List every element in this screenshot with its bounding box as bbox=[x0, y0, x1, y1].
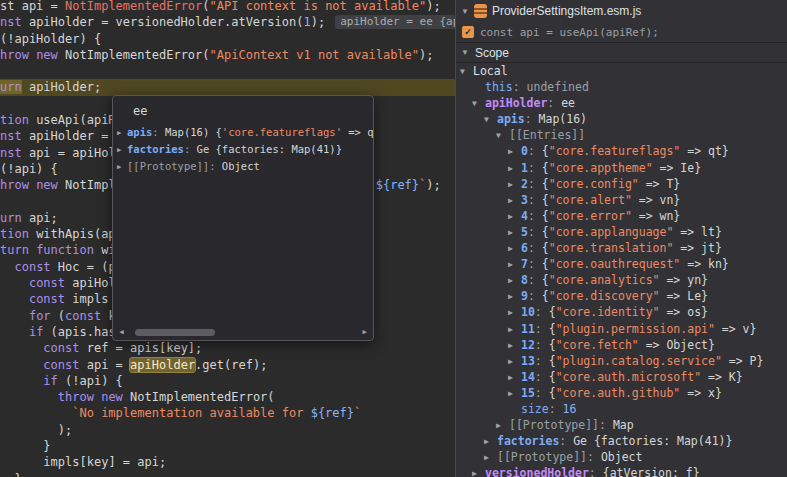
chevron-down-icon[interactable]: ▼ bbox=[461, 7, 469, 16]
text-token: : bbox=[535, 386, 549, 400]
map-entry-row[interactable]: ▶14: {"core.auth.microsoft" => K} bbox=[456, 369, 787, 385]
chevron-right-icon[interactable]: ▶ bbox=[508, 273, 521, 288]
code-line[interactable]: throw new NotImplementedError( bbox=[0, 389, 455, 405]
code-line[interactable]: st api = NotImplementedError("API contex… bbox=[0, 0, 455, 14]
map-entry-row[interactable]: ▶9: {"core.discovery" => Le} bbox=[456, 288, 787, 304]
code-line[interactable]: impls[key] = api; bbox=[0, 454, 455, 470]
chevron-right-icon[interactable]: ▶ bbox=[508, 370, 521, 385]
chevron-right-icon[interactable]: ▶ bbox=[484, 434, 497, 449]
scope-tree-row[interactable]: ▼apis: Map(16) bbox=[456, 111, 787, 127]
scope-tree-row[interactable]: ▶[[Prototype]]: Map bbox=[456, 417, 787, 433]
map-entry-row[interactable]: ▶10: {"core.identity" => os} bbox=[456, 304, 787, 320]
scroll-left-icon[interactable]: ◀ bbox=[116, 328, 127, 336]
chevron-right-icon[interactable]: ▶ bbox=[508, 386, 521, 401]
chevron-down-icon[interactable]: ▼ bbox=[472, 96, 485, 111]
text-token: => v} bbox=[715, 322, 757, 336]
chevron-right-icon[interactable]: ▶ bbox=[508, 305, 521, 320]
chevron-right-icon[interactable]: ▶ bbox=[496, 418, 509, 433]
text-token: Local bbox=[473, 64, 508, 78]
source-editor[interactable]: st api = NotImplementedError("API contex… bbox=[0, 0, 456, 477]
popover-property-row[interactable]: ▶factories: Ge {factories: Map(41)} bbox=[113, 141, 373, 158]
breakpoint-entry[interactable]: ✓ const api = useApi(apiRef); bbox=[456, 22, 787, 42]
code-line[interactable]: const api = apiHolder.get(ref); bbox=[0, 357, 455, 373]
text-token: ${ref} bbox=[311, 406, 354, 420]
breakpoint-file-group[interactable]: ▼ ProviderSettingsItem.esm.js bbox=[456, 0, 787, 22]
map-entry-row[interactable]: ▶1: {"core.apptheme" => Ie} bbox=[456, 160, 787, 176]
chevron-right-icon[interactable]: ▶ bbox=[508, 225, 521, 240]
map-entry-row[interactable]: ▶6: {"core.translation" => jt} bbox=[456, 240, 787, 256]
chevron-down-icon[interactable]: ▼ bbox=[484, 112, 497, 127]
text-token: => Ie} bbox=[653, 161, 701, 175]
code-line[interactable]: ); bbox=[0, 422, 455, 438]
execution-line[interactable]: urn apiHolder; bbox=[0, 79, 455, 95]
chevron-down-icon[interactable]: ▼ bbox=[496, 128, 509, 143]
text-token: const bbox=[43, 358, 86, 372]
map-entry-row[interactable]: ▶8: {"core.analytics" => yn} bbox=[456, 272, 787, 288]
chevron-right-icon[interactable]: ▶ bbox=[508, 177, 521, 192]
chevron-down-icon[interactable]: ▼ bbox=[461, 48, 469, 57]
chevron-right-icon[interactable]: ▶ bbox=[508, 338, 521, 353]
scrollbar-track[interactable] bbox=[127, 328, 359, 337]
scope-tree-row[interactable]: ▶factories: Ge {factories: Map(41)} bbox=[456, 433, 787, 449]
chevron-right-icon[interactable]: ▶ bbox=[508, 241, 521, 256]
map-entry-row[interactable]: ▶15: {"core.auth.github" => x} bbox=[456, 385, 787, 401]
scroll-right-icon[interactable]: ▶ bbox=[359, 328, 370, 336]
text-token: apiHolder = versionedHolder.atVersion( bbox=[29, 15, 304, 29]
text-token: "core.discovery" bbox=[549, 289, 660, 303]
chevron-right-icon[interactable]: ▶ bbox=[508, 322, 521, 337]
chevron-right-icon[interactable]: ▶ bbox=[508, 161, 521, 176]
code-line[interactable] bbox=[0, 63, 455, 79]
code-line[interactable]: `No implementation available for ${ref}` bbox=[0, 405, 455, 421]
map-entry-row[interactable]: ▶12: {"core.fetch" => Object} bbox=[456, 337, 787, 353]
scope-section-header[interactable]: ▼ Scope bbox=[456, 43, 787, 63]
scope-tree-row[interactable]: ▶versionedHolder: {atVersion: f} bbox=[456, 465, 787, 477]
text-token: { bbox=[542, 257, 549, 271]
text-token: "core.identity" bbox=[556, 305, 660, 319]
map-entry-row[interactable]: ▶2: {"core.config" => T} bbox=[456, 176, 787, 192]
code-line[interactable]: const ref = apis[key]; bbox=[0, 340, 455, 356]
scope-tree-row[interactable]: ▼[[Entries]] bbox=[456, 127, 787, 143]
code-line[interactable]: (!apiHolder) { bbox=[0, 31, 455, 47]
scope-tree-row[interactable]: size: 16 bbox=[456, 401, 787, 417]
popover-hscrollbar[interactable]: ◀ ▶ bbox=[116, 326, 370, 338]
text-token: { bbox=[549, 338, 556, 352]
scope-tree-row[interactable]: ▼apiHolder: ee bbox=[456, 95, 787, 111]
chevron-right-icon[interactable]: ▶ bbox=[508, 144, 521, 159]
chevron-right-icon[interactable]: ▶ bbox=[117, 125, 127, 141]
map-entry-row[interactable]: ▶5: {"core.applanguage" => lt} bbox=[456, 224, 787, 240]
map-entry-row[interactable]: ▶3: {"core.alert" => vn} bbox=[456, 192, 787, 208]
chevron-right-icon[interactable]: ▶ bbox=[484, 450, 497, 465]
code-line[interactable]: hrow new NotImplementedError("ApiContext… bbox=[0, 47, 455, 63]
map-entry-row[interactable]: ▶13: {"plugin.catalog.service" => P} bbox=[456, 353, 787, 369]
breakpoint-checkbox[interactable]: ✓ bbox=[462, 26, 474, 38]
scrollbar-thumb[interactable] bbox=[135, 329, 215, 336]
code-line[interactable]: if (!api) { bbox=[0, 373, 455, 389]
chevron-right-icon[interactable]: ▶ bbox=[472, 466, 485, 477]
popover-title: ee bbox=[113, 96, 373, 124]
scope-tree-row[interactable]: this: undefined bbox=[456, 79, 787, 95]
map-entry-row[interactable]: ▶11: {"plugin.permission.api" => v} bbox=[456, 321, 787, 337]
scope-tree-row[interactable]: ▶[[Prototype]]: Object bbox=[456, 449, 787, 465]
map-entry-row[interactable]: ▶0: {"core.featureflags" => qt} bbox=[456, 143, 787, 159]
text-token: 1 bbox=[521, 161, 528, 175]
map-entry-row[interactable]: ▶4: {"core.error" => wn} bbox=[456, 208, 787, 224]
chevron-right-icon[interactable]: ▶ bbox=[117, 159, 127, 175]
code-line[interactable]: nst apiHolder = versionedHolder.atVersio… bbox=[0, 14, 455, 30]
chevron-right-icon[interactable]: ▶ bbox=[508, 354, 521, 369]
popover-property-row[interactable]: ▶apis: Map(16) {'core.featureflags' => q… bbox=[113, 124, 373, 141]
text-token: { bbox=[549, 354, 556, 368]
chevron-right-icon[interactable]: ▶ bbox=[508, 257, 521, 272]
chevron-down-icon[interactable]: ▼ bbox=[460, 64, 473, 79]
chevron-right-icon[interactable]: ▶ bbox=[508, 193, 521, 208]
check-icon: ✓ bbox=[464, 27, 472, 37]
chevron-right-icon[interactable]: ▶ bbox=[508, 289, 521, 304]
code-line[interactable]: } bbox=[0, 471, 455, 477]
chevron-right-icon[interactable]: ▶ bbox=[117, 142, 127, 158]
scope-tree-row[interactable]: ▼Local bbox=[456, 63, 787, 79]
text-token: "core.apptheme" bbox=[549, 161, 653, 175]
map-entry-row[interactable]: ▶7: {"core.oauthrequest" => kn} bbox=[456, 256, 787, 272]
chevron-right-icon[interactable]: ▶ bbox=[508, 209, 521, 224]
text-token: 8 bbox=[521, 273, 528, 287]
popover-property-row[interactable]: ▶[[Prototype]]: Object bbox=[113, 158, 373, 175]
code-line[interactable]: } bbox=[0, 438, 455, 454]
